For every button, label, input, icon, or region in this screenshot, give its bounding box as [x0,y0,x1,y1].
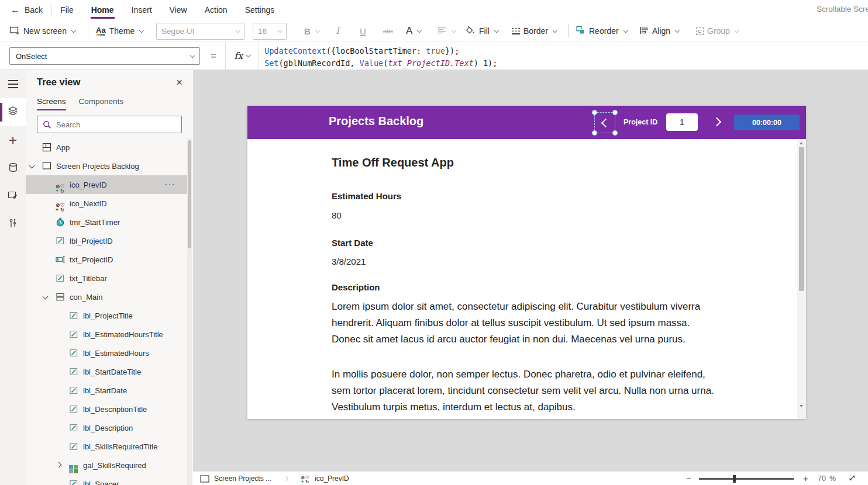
reorder-button[interactable]: Reorder [576,20,627,42]
tree-item-gal_SkillsRequired[interactable]: gal_SkillsRequired [26,456,188,474]
more-options-button[interactable]: ··· [165,179,176,189]
menu-item-action[interactable]: Action [204,1,228,19]
text-align-button[interactable] [438,20,456,42]
search-input[interactable] [56,120,176,129]
menu-item-file[interactable]: File [60,1,74,19]
strikethrough-button[interactable]: abc [383,20,393,42]
tree-item-tmr_StartTimer[interactable]: tmr_StartTimer [26,213,188,231]
menu-item-settings[interactable]: Settings [244,1,275,19]
close-icon[interactable]: × [173,75,186,90]
formula-token: ({locBoolStartTimer: [326,46,426,56]
tree-item-Screen Projects Backlog[interactable]: Screen Projects Backlog [26,157,188,175]
text-input-icon [56,255,66,264]
selection-handle[interactable] [612,130,618,136]
tree-item-ico_NextID[interactable]: ⊘♡+↻ico_NextID [26,194,188,213]
app-scrollbar[interactable] [797,139,806,419]
theme-button[interactable]: Aa Theme [96,20,143,42]
media-button[interactable] [0,182,26,210]
chevron-down-icon [315,28,320,33]
selection-handle[interactable] [612,110,618,115]
selected-control-outline[interactable] [594,112,615,133]
hamburger-menu-button[interactable] [0,70,26,98]
next-record-icon[interactable] [712,117,722,127]
scrollbar-thumb[interactable] [188,140,191,248]
chevron-right-icon [284,476,288,481]
font-family-select[interactable]: Segoe UI [156,23,244,40]
app-titlebar[interactable]: Projects Backlog Project ID 00:00:00 [247,106,806,139]
fx-button[interactable]: fx [225,42,259,70]
chevron-down-icon [246,53,251,57]
property-select[interactable]: OnSelect [9,47,200,65]
tree-item-lbl_Description[interactable]: lbl_Description [26,418,188,437]
tree-item-lbl_SkillsRequiredTitle[interactable]: lbl_SkillsRequiredTitle [26,437,188,456]
underline-button[interactable]: U [360,20,366,42]
group-button[interactable]: Group [696,20,738,42]
advanced-tools-button[interactable] [0,210,26,238]
bold-button[interactable]: B [304,20,319,42]
tab-screens[interactable]: Screens [37,97,66,110]
tree-item-label: lbl_SkillsRequiredTitle [83,442,157,451]
tab-components[interactable]: Components [79,97,124,110]
chevron-down-icon[interactable] [43,294,49,300]
formula-input[interactable]: UpdateContext({locBoolStartTimer: true})… [264,45,868,70]
zoom-slider[interactable] [699,478,794,480]
tree-item-lbl_StartDate[interactable]: lbl_StartDate [26,381,188,400]
tree-item-lbl_EstimatedHoursTitle[interactable]: lbl_EstimatedHoursTitle [26,325,188,344]
tree-item-lbl_ProjectID[interactable]: lbl_ProjectID [26,231,188,250]
tree-item-label: gal_SkillsRequired [83,461,146,470]
tree-view-icon [8,106,18,119]
new-screen-button[interactable]: New screen [9,20,75,42]
project-id-input[interactable] [666,113,698,131]
data-button[interactable] [0,154,26,182]
menu-item-view[interactable]: View [169,1,188,19]
tree-item-lbl_EstimatedHours[interactable]: lbl_EstimatedHours [26,344,188,362]
menu-item-insert[interactable]: Insert [131,1,153,19]
label-icon [69,386,79,395]
breadcrumb-screen[interactable]: Screen Projects ... [214,474,271,483]
zoom-out-button[interactable]: − [686,473,691,483]
tree-item-label: lbl_ProjectID [70,237,113,245]
tree-item-label: lbl_StartDateTitle [83,368,141,376]
border-button[interactable]: Border [512,20,557,42]
menu-item-home[interactable]: Home [91,1,115,19]
chevron-down-icon [623,28,628,33]
font-size-select[interactable]: 16 [253,23,287,40]
selection-handle[interactable] [592,110,597,115]
tree-item-lbl_Spacer[interactable]: lbl_Spacer [26,474,188,485]
group-icon [696,27,704,35]
chevron-right-icon[interactable] [56,462,62,468]
tree-item-ico_PrevID[interactable]: ⊘♡+↻ico_PrevID··· [26,175,188,194]
zoom-slider-handle[interactable] [733,475,736,483]
tree-item-label: ico_NextID [70,199,107,208]
tree-scrollbar[interactable] [187,138,192,485]
zoom-in-button[interactable]: + [803,473,808,483]
back-button[interactable]: ← Back [11,5,43,15]
breadcrumb-control[interactable]: ico_PrevID [315,474,349,483]
align-button[interactable]: Align [639,20,679,42]
fill-button[interactable]: Fill [465,20,498,42]
reorder-label: Reorder [589,26,619,36]
tree-item-txt_Titlebar[interactable]: txt_Titlebar [26,269,188,287]
tree-item-App[interactable]: App [26,138,188,157]
tree-view-button[interactable] [0,98,26,126]
scrollbar-thumb[interactable] [799,147,804,291]
scroll-down-icon[interactable] [800,405,803,407]
tree-item-con_Main[interactable]: con_Main [26,287,188,306]
italic-icon: I [336,26,339,36]
italic-button[interactable]: I [336,20,339,42]
chevron-down-icon[interactable] [29,163,35,169]
tree-item-lbl_StartDateTitle[interactable]: lbl_StartDateTitle [26,362,188,381]
fullscreen-button[interactable] [848,474,856,484]
insert-button[interactable]: + [0,126,26,154]
selection-handle[interactable] [592,130,597,136]
previous-record-icon[interactable] [601,119,611,128]
formula-token: ) [474,58,483,68]
tree-item-lbl_ProjectTitle[interactable]: lbl_ProjectTitle [26,306,188,325]
font-color-button[interactable]: A [406,20,421,42]
label-icon [56,236,66,245]
app-titlebar-title: Projects Backlog [329,115,423,128]
tree-item-lbl_DescriptionTitle[interactable]: lbl_DescriptionTitle [26,400,188,418]
timer-button[interactable]: 00:00:00 [734,115,800,130]
scroll-up-icon[interactable] [800,142,803,144]
tree-item-txt_ProjectID[interactable]: txt_ProjectID [26,250,188,269]
